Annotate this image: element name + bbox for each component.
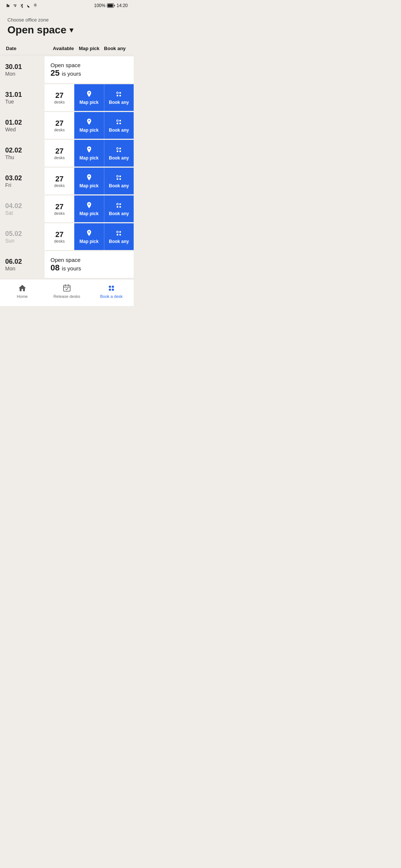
svg-point-15 xyxy=(120,150,121,152)
map-pick-button[interactable]: Map pick xyxy=(74,84,104,111)
book-any-button[interactable]: Book any xyxy=(104,140,134,167)
svg-point-6 xyxy=(117,95,118,96)
svg-point-24 xyxy=(117,231,118,233)
button-group: Map pick Book any xyxy=(74,140,134,167)
date-number: 05.02 xyxy=(5,230,39,238)
table-row: 05.02Sun27desks Map pick Book any xyxy=(0,223,134,250)
svg-point-36 xyxy=(112,289,114,291)
avail-number: 27 xyxy=(55,119,63,128)
available-count: 27desks xyxy=(45,227,74,246)
svg-point-11 xyxy=(120,122,121,124)
date-day: Sun xyxy=(5,238,39,244)
svg-point-10 xyxy=(117,122,118,124)
date-day: Mon xyxy=(5,71,39,77)
book-any-button[interactable]: Book any xyxy=(104,223,134,250)
book-any-icon xyxy=(115,229,123,237)
table-header: Date Available Map pick Book any xyxy=(0,42,134,55)
date-number: 31.01 xyxy=(5,91,39,99)
booked-number: 08 xyxy=(50,263,62,272)
table-row: 03.02Fri27desks Map pick Book any xyxy=(0,168,134,194)
nav-book[interactable]: Book a desk xyxy=(89,282,134,300)
book-desk-icon xyxy=(107,284,116,293)
book-any-icon xyxy=(115,90,123,98)
release-desks-icon xyxy=(62,284,71,293)
book-any-icon xyxy=(115,118,123,126)
available-count: 27desks xyxy=(45,144,74,163)
svg-point-22 xyxy=(117,206,118,208)
nav-home[interactable]: Home xyxy=(0,282,45,300)
button-group: Map pick Book any xyxy=(74,168,134,194)
map-pick-label: Map pick xyxy=(79,155,98,161)
date-number: 01.02 xyxy=(5,119,39,126)
table-row: 06.02MonOpen space08 is yours xyxy=(0,251,134,278)
book-any-label: Book any xyxy=(109,128,129,133)
table-row: 30.01MonOpen space25 is yours xyxy=(0,56,134,83)
date-number: 06.02 xyxy=(5,258,39,266)
booked-cell: Open space25 is yours xyxy=(45,57,134,82)
map-pick-button[interactable]: Map pick xyxy=(74,168,104,194)
avail-number: 27 xyxy=(55,147,63,155)
svg-point-14 xyxy=(117,150,118,152)
date-number: 03.02 xyxy=(5,174,39,182)
action-cell: 27desks Map pick Book any xyxy=(45,84,134,111)
nav-release-label: Release desks xyxy=(53,294,80,299)
book-any-button[interactable]: Book any xyxy=(104,168,134,194)
col-book-any: Book any xyxy=(102,46,128,51)
wifi-icon xyxy=(13,3,18,8)
date-cell: 04.02Sat xyxy=(0,195,45,222)
date-cell: 05.02Sun xyxy=(0,223,45,250)
book-any-button[interactable]: Book any xyxy=(104,84,134,111)
table-row: 04.02Sat27desks Map pick Book any xyxy=(0,195,134,222)
avail-number: 27 xyxy=(55,91,63,100)
zone-selector[interactable]: Open space ▾ xyxy=(7,24,126,36)
svg-point-34 xyxy=(112,286,114,288)
available-count: 27desks xyxy=(45,200,74,218)
booking-list: 30.01MonOpen space25 is yours31.01Tue27d… xyxy=(0,55,134,279)
map-pick-label: Map pick xyxy=(79,211,98,216)
book-any-icon xyxy=(115,174,123,182)
button-group: Map pick Book any xyxy=(74,223,134,250)
date-cell: 02.02Thu xyxy=(0,140,45,167)
battery-percent: 100% xyxy=(94,3,105,8)
nav-home-label: Home xyxy=(17,294,27,299)
svg-point-8 xyxy=(117,120,118,122)
map-pick-label: Map pick xyxy=(79,128,98,133)
col-available: Available xyxy=(50,46,76,51)
map-pick-button[interactable]: Map pick xyxy=(74,140,104,167)
book-any-button[interactable]: Book any xyxy=(104,195,134,222)
action-cell: 27desks Map pick Book any xyxy=(45,140,134,167)
table-row: 02.02Thu27desks Map pick Book any xyxy=(0,140,134,167)
status-bar: 100% 14:20 xyxy=(0,0,134,10)
map-pick-button[interactable]: Map pick xyxy=(74,223,104,250)
home-icon xyxy=(18,284,27,293)
available-count: 27desks xyxy=(45,116,74,135)
svg-point-25 xyxy=(120,231,121,233)
button-group: Map pick Book any xyxy=(74,84,134,111)
svg-point-17 xyxy=(120,175,121,177)
svg-point-26 xyxy=(117,234,118,236)
svg-rect-3 xyxy=(108,4,113,7)
map-pick-button[interactable]: Map pick xyxy=(74,112,104,139)
book-any-button[interactable]: Book any xyxy=(104,112,134,139)
date-cell: 30.01Mon xyxy=(0,56,45,83)
avail-label: desks xyxy=(54,239,65,243)
map-pick-button[interactable]: Map pick xyxy=(74,195,104,222)
date-cell: 01.02Wed xyxy=(0,112,45,139)
avail-number: 27 xyxy=(55,230,63,239)
nav-release[interactable]: Release desks xyxy=(45,282,89,300)
book-any-icon xyxy=(115,201,123,210)
book-any-icon xyxy=(115,146,123,154)
nav-book-label: Book a desk xyxy=(100,294,123,299)
clock: 14:20 xyxy=(117,3,128,8)
map-pick-label: Map pick xyxy=(79,239,98,244)
zone-label: Choose office zone xyxy=(7,17,126,23)
book-any-label: Book any xyxy=(109,100,129,105)
map-pin-icon xyxy=(85,118,93,126)
book-any-label: Book any xyxy=(109,239,129,244)
status-icons xyxy=(6,3,38,8)
booked-suffix: is yours xyxy=(62,70,81,77)
map-pin-icon xyxy=(85,229,93,237)
button-group: Map pick Book any xyxy=(74,112,134,139)
sim-icon xyxy=(6,3,11,8)
booked-suffix: is yours xyxy=(62,265,81,272)
